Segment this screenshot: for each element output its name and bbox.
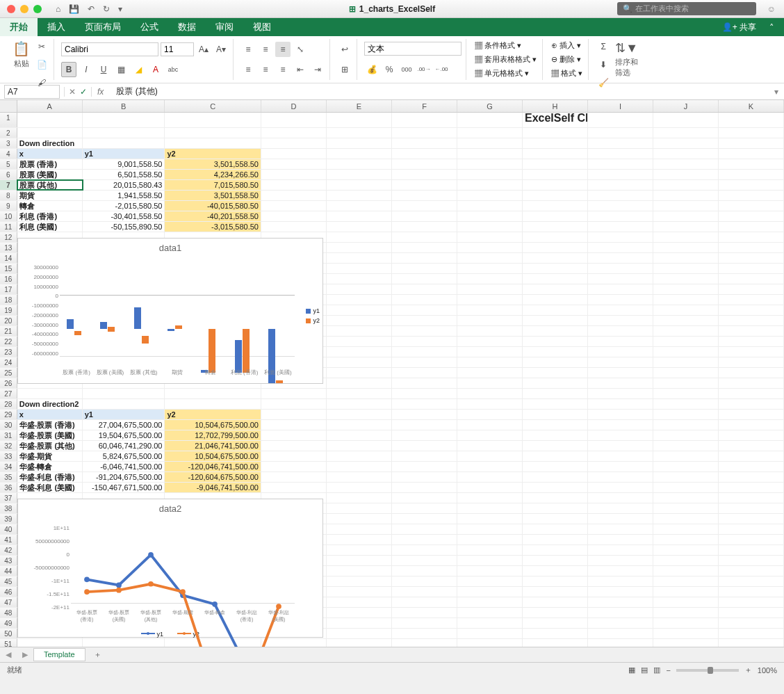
col-h[interactable]: H [523,100,588,112]
accept-formula[interactable]: ✓ [80,87,87,97]
dec-decimal[interactable]: ←.00 [434,62,449,77]
autosum[interactable]: Σ [596,39,611,54]
indent-inc[interactable]: ⇥ [310,62,325,77]
indent-dec[interactable]: ⇤ [293,62,308,77]
view-normal[interactable]: ▦ [628,665,635,675]
col-b[interactable]: B [83,100,165,112]
zoom-level[interactable]: 100% [758,666,777,675]
name-box[interactable]: A7 [4,85,60,99]
comma[interactable]: 000 [399,62,414,77]
tab-formulas[interactable]: 公式 [131,18,168,36]
border-button[interactable]: ▦ [113,62,129,77]
minimize-window[interactable] [20,5,28,13]
sheet-prev[interactable]: ◀ [0,650,17,659]
col-e[interactable]: E [327,100,392,112]
redo-icon[interactable]: ↻ [103,4,110,14]
underline-button[interactable]: U [96,62,111,77]
svg-point-9 [148,581,154,587]
tab-view[interactable]: 视图 [243,18,281,36]
add-sheet[interactable]: ＋ [85,649,110,660]
grow-font[interactable]: A▴ [196,42,211,57]
sort-filter[interactable]: ⇅▼ 排序和 筛选 [611,39,642,90]
svg-point-13 [276,604,281,609]
svg-point-2 [148,552,154,558]
italic-button[interactable]: I [79,62,94,77]
undo-icon[interactable]: ↶ [88,4,95,14]
font-color[interactable]: A [148,62,163,77]
cell-styles[interactable]: ▦ 单元格格式 ▾ [473,67,538,80]
col-a[interactable]: A [17,100,83,112]
wrap-text[interactable]: ↩ [337,42,352,57]
orientation[interactable]: ⤡ [293,42,308,57]
format-cells[interactable]: ▦ 格式 ▾ [550,67,584,80]
insert-cells[interactable]: ⊕ 插入 ▾ [550,39,584,52]
number-format[interactable] [364,42,462,56]
save-icon[interactable]: 💾 [69,4,79,14]
maximize-window[interactable] [33,5,42,13]
zoom-in[interactable]: ＋ [744,665,752,675]
align-right[interactable]: ≡ [275,62,291,77]
user-icon[interactable]: ☺ [767,4,776,14]
zoom-slider[interactable] [676,669,739,672]
formula-input[interactable]: 股票 (其他) [109,86,157,97]
align-middle[interactable]: ≡ [258,42,273,57]
currency[interactable]: 💰 [364,62,379,77]
inc-decimal[interactable]: .00→ [416,62,432,77]
col-k[interactable]: K [719,100,784,112]
conditional-format[interactable]: ▦ 条件格式 ▾ [473,39,538,52]
merge-cells[interactable]: ⊞ [337,62,352,77]
chart2-title: data2 [18,499,322,518]
col-c[interactable]: C [165,100,261,112]
col-d[interactable]: D [261,100,327,112]
spreadsheet-grid[interactable]: A B C D E F G H I J K 1ExcelSelf Chart23… [0,100,784,647]
bold-button[interactable]: B [61,62,76,77]
fill-color[interactable]: ◢ [131,62,146,77]
tab-home[interactable]: 开始 [0,18,38,36]
sheet-next[interactable]: ▶ [17,650,33,659]
align-center[interactable]: ≡ [258,62,273,77]
phonetic-button[interactable]: abc [165,62,181,77]
more-qat[interactable]: ▾ [118,4,122,14]
close-window[interactable] [7,5,15,13]
paste-button[interactable]: 📋 粘贴 [8,39,34,90]
delete-cells[interactable]: ⊖ 删除 ▾ [550,53,584,66]
view-layout[interactable]: ▤ [641,665,648,675]
col-g[interactable]: G [457,100,523,112]
search-box[interactable]: 🔍 在工作表中搜索 [617,2,756,15]
col-f[interactable]: F [392,100,457,112]
select-all[interactable] [0,100,17,112]
zoom-out[interactable]: − [666,666,670,675]
chart-data1[interactable]: data1 3000000020000000100000000-10000000… [17,238,323,384]
home-icon[interactable]: ⌂ [56,4,60,14]
copy-button[interactable]: 📄 [34,57,49,72]
tab-layout[interactable]: 页面布局 [75,18,131,36]
align-bottom[interactable]: ≡ [275,42,291,57]
table-format[interactable]: ▦ 套用表格格式 ▾ [473,53,538,66]
share-button[interactable]: 👤+ 共享 [722,22,756,33]
search-icon: 🔍 [623,4,632,13]
collapse-ribbon[interactable]: ˄ [769,22,774,33]
align-left[interactable]: ≡ [240,62,256,77]
view-pagebreak[interactable]: ▥ [653,665,660,675]
font-name[interactable] [61,42,158,56]
cut-button[interactable]: ✂ [34,39,49,54]
svg-point-4 [212,602,218,607]
chart-data2[interactable]: data2 1E+11500000000000-50000000000-1E+1… [17,499,323,638]
tab-review[interactable]: 审阅 [206,18,243,36]
shrink-font[interactable]: A▾ [213,42,229,57]
tab-data[interactable]: 数据 [168,18,206,36]
col-i[interactable]: I [588,100,653,112]
sheet-template[interactable]: Template [33,648,85,661]
excel-icon: ⊞ [349,4,356,14]
col-j[interactable]: J [653,100,719,112]
clear-button[interactable]: 🧹 [596,75,611,90]
cancel-formula[interactable]: ✕ [69,87,76,97]
percent[interactable]: % [382,62,397,77]
expand-formula[interactable]: ▾ [774,87,778,97]
fill-button[interactable]: ⬇ [596,57,611,72]
tab-insert[interactable]: 插入 [38,18,75,36]
formula-bar: A7 ✕ ✓ fx 股票 (其他) ▾ [0,83,784,100]
align-top[interactable]: ≡ [240,42,256,57]
font-size[interactable] [161,42,194,56]
fx-icon[interactable]: fx [92,87,109,97]
